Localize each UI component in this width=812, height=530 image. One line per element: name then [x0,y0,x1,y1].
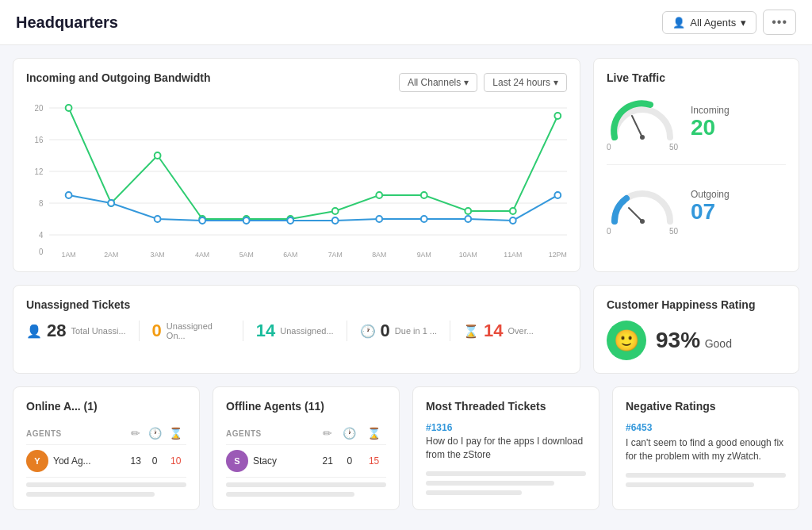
threaded-ticket-id: #1316 [426,422,586,433]
chevron-down-icon: ▾ [553,77,558,88]
svg-point-45 [510,217,516,224]
incoming-minmax: 0 50 [607,143,678,152]
svg-text:4AM: 4AM [195,251,209,259]
outgoing-value: 07 [691,200,786,225]
live-traffic-title: Live Traffic [607,71,786,84]
table-row: S Stacy 21 0 15 [226,445,386,478]
chevron-down-icon: ▾ [741,17,746,29]
offline-agents-col-clock: 🕐 [337,422,362,445]
skeleton-line [426,471,586,476]
online-num: 0 [152,321,162,341]
unassigned-num: 14 [256,321,275,341]
negative-ticket-desc: I can't seem to find a good enough fix f… [626,436,786,463]
threaded-ticket-desc: How do I pay for the apps I download fro… [426,435,586,462]
svg-text:5AM: 5AM [239,251,254,259]
agent-icon: 👤 [672,17,685,29]
svg-point-43 [421,216,427,222]
overdue-stat: ⌛ 14 Over... [450,321,546,341]
agent-tickets: 21 [318,445,337,478]
svg-text:7AM: 7AM [328,251,343,259]
skeleton-line [26,482,186,487]
svg-text:1AM: 1AM [62,251,76,259]
svg-point-37 [155,216,161,222]
chart-header: Incoming and Outgoing Bandwidth All Chan… [26,71,567,94]
skeleton-line [426,481,554,486]
svg-text:12PM: 12PM [549,251,567,259]
svg-point-40 [287,217,293,224]
header-controls: 👤 All Agents ▾ ••• [662,10,796,35]
offline-agents-table: AGENTS ✏ 🕐 ⌛ S Stacy 21 0 15 [226,422,386,478]
agent-clock: 0 [144,445,166,478]
online-agents-title: Online A... (1) [26,400,186,413]
svg-point-30 [376,192,382,198]
agent-name: Stacy [253,455,277,467]
incoming-gauge [607,94,678,141]
online-agents-card: Online A... (1) AGENTS ✏ 🕐 ⌛ Y Yod Ag...… [13,386,200,510]
unassigned-tickets-card: Unassigned Tickets 👤 28 Total Unassi... … [13,285,580,374]
more-options-button[interactable]: ••• [763,10,796,35]
svg-text:0: 0 [39,248,44,256]
svg-text:9AM: 9AM [417,251,431,259]
svg-text:12: 12 [35,167,44,176]
total-num: 28 [47,321,66,341]
total-unassigned-stat: 👤 28 Total Unassi... [26,321,140,341]
svg-point-31 [421,192,427,198]
skeleton-line [226,482,386,487]
avatar: S [226,450,248,472]
svg-text:8AM: 8AM [372,251,386,259]
incoming-info: Incoming 20 [691,105,786,140]
svg-text:3AM: 3AM [151,251,165,259]
bandwidth-chart: 20 16 12 8 4 0 1AM 2AM 3AM 4AM 5AM 6AM 7… [26,100,567,259]
agent-clock: 0 [337,445,362,478]
svg-point-50 [640,219,645,224]
svg-point-25 [155,152,161,159]
svg-point-33 [510,208,516,214]
table-row: Y Yod Ag... 13 0 10 [26,445,186,478]
svg-text:16: 16 [35,136,44,144]
happiness-content: 🙂 93% Good [607,321,786,360]
channel-filter-button[interactable]: All Channels ▾ [399,73,477,92]
svg-line-49 [629,208,642,221]
over-num: 14 [484,321,503,341]
happiness-title: Customer Happiness Rating [607,298,786,311]
offline-agents-col-overdue: ⌛ [362,422,386,445]
outgoing-info: Outgoing 07 [691,189,786,225]
happiness-rating: 93% Good [656,328,732,353]
online-agents-col-tickets: ✏ [128,422,144,445]
svg-text:2AM: 2AM [104,251,118,259]
chart-filters: All Channels ▾ Last 24 hours ▾ [399,73,567,92]
bandwidth-title: Incoming and Outgoing Bandwidth [26,71,211,84]
all-agents-button[interactable]: 👤 All Agents ▾ [662,11,756,34]
offline-agents-card: Offline Agents (11) AGENTS ✏ 🕐 ⌛ S Stacy… [213,386,400,510]
svg-text:6AM: 6AM [283,251,297,259]
svg-point-46 [554,192,561,198]
svg-point-41 [332,217,339,224]
svg-text:10AM: 10AM [459,251,477,259]
svg-point-38 [199,217,205,224]
online-unassigned-stat: 0 Unassigned On... [140,321,243,341]
skeleton-line [426,490,522,495]
online-agents-col-clock: 🕐 [144,422,166,445]
offline-agents-col-agents: AGENTS [226,422,318,445]
chevron-down-icon: ▾ [464,77,469,88]
online-agents-col-agents: AGENTS [26,422,128,445]
time-filter-button[interactable]: Last 24 hours ▾ [484,73,567,92]
svg-point-44 [465,216,471,222]
svg-point-34 [554,113,561,119]
offline-agents-title: Offline Agents (11) [226,400,386,413]
hourglass-icon: ⌛ [463,324,479,339]
online-agents-table: AGENTS ✏ 🕐 ⌛ Y Yod Ag... 13 0 10 [26,422,186,478]
most-threaded-title: Most Threaded Tickets [426,400,586,413]
svg-point-39 [243,217,250,224]
svg-text:20: 20 [35,104,44,113]
due-stat: 🕐 0 Due in 1 ... [347,321,450,341]
online-agents-col-overdue: ⌛ [165,422,186,445]
tickets-stats: 👤 28 Total Unassi... 0 Unassigned On... … [26,321,567,341]
svg-point-42 [376,216,382,222]
most-threaded-card: Most Threaded Tickets #1316 How do I pay… [412,386,599,510]
negative-ticket-id: #6453 [626,422,786,433]
svg-point-29 [332,208,339,214]
happiness-card: Customer Happiness Rating 🙂 93% Good [593,285,799,374]
negative-rating-ticket: #6453 I can't seem to find a good enough… [626,422,786,463]
clock-icon: 🕐 [360,324,376,339]
